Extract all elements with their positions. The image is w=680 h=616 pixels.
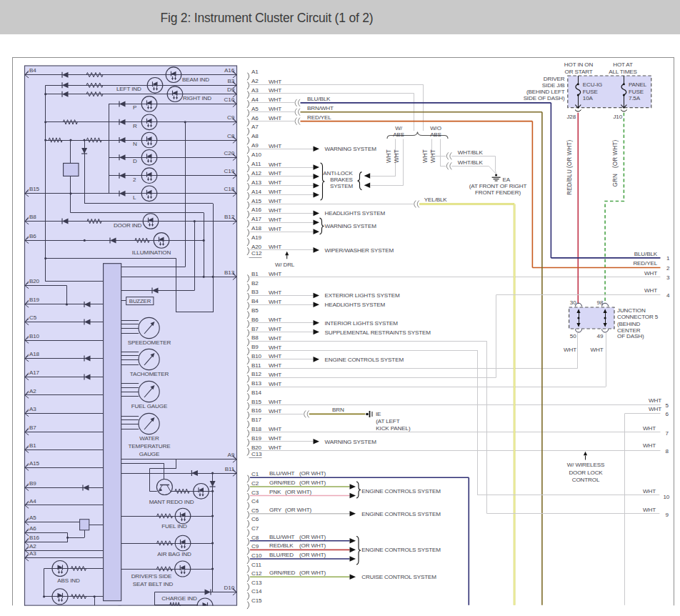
- svg-text:WARNING SYSTEM: WARNING SYSTEM: [325, 439, 377, 445]
- svg-text:B5: B5: [251, 307, 259, 314]
- svg-text:C9: C9: [251, 543, 259, 550]
- svg-text:WHT: WHT: [269, 399, 281, 405]
- svg-text:ENGINE CONTROLS SYSTEM: ENGINE CONTROLS SYSTEM: [361, 511, 441, 517]
- svg-text:WHT: WHT: [643, 488, 656, 495]
- svg-text:(OR WHT): (OR WHT): [299, 534, 326, 540]
- svg-text:B7: B7: [251, 326, 259, 332]
- svg-text:A4: A4: [251, 96, 259, 103]
- svg-text:SYSTEM: SYSTEM: [330, 183, 353, 189]
- svg-text:(OR WHT): (OR WHT): [299, 470, 326, 477]
- svg-text:B7: B7: [29, 424, 36, 431]
- svg-text:ABS: ABS: [430, 131, 441, 138]
- svg-text:WARNING SYSTEM: WARNING SYSTEM: [325, 223, 377, 229]
- svg-text:B4: B4: [251, 298, 259, 304]
- svg-text:A9: A9: [251, 142, 259, 149]
- svg-text:BLU/WHT: BLU/WHT: [269, 470, 295, 477]
- svg-text:C2: C2: [251, 480, 259, 487]
- svg-text:IE: IE: [376, 411, 381, 417]
- svg-text:SIDE OF DASH): SIDE OF DASH): [524, 95, 565, 101]
- svg-text:(OR WHT): (OR WHT): [285, 489, 311, 495]
- svg-text:(OR WHT): (OR WHT): [299, 542, 326, 549]
- svg-text:JUNCTION: JUNCTION: [617, 307, 646, 314]
- svg-text:A12: A12: [251, 170, 262, 177]
- svg-text:SPEEDOMETER: SPEEDOMETER: [128, 339, 171, 346]
- svg-text:HOT IN ON: HOT IN ON: [564, 61, 594, 68]
- svg-text:ENGINE CONTROLS SYSTEM: ENGINE CONTROLS SYSTEM: [361, 488, 441, 495]
- svg-text:WHT: WHT: [269, 299, 281, 305]
- svg-text:RIGHT IND: RIGHT IND: [183, 95, 211, 101]
- svg-text:B12: B12: [251, 371, 262, 377]
- svg-text:ABS IND: ABS IND: [57, 577, 80, 584]
- svg-text:B14: B14: [251, 389, 262, 396]
- svg-text:WHT: WHT: [643, 442, 656, 449]
- svg-text:7.5A: 7.5A: [629, 95, 641, 101]
- svg-text:WHT: WHT: [269, 372, 281, 378]
- svg-text:B20: B20: [251, 444, 262, 451]
- svg-text:WHT: WHT: [643, 507, 656, 513]
- svg-text:B1: B1: [251, 271, 259, 277]
- svg-text:WHT: WHT: [269, 217, 281, 223]
- svg-text:WARNING SYSTEM: WARNING SYSTEM: [325, 146, 377, 152]
- svg-text:2: 2: [133, 177, 136, 183]
- svg-text:GRY: GRY: [269, 507, 282, 513]
- svg-text:WHT: WHT: [269, 226, 281, 232]
- svg-text:GAUGE: GAUGE: [139, 451, 160, 457]
- svg-text:Fig 2: Instrument Cluster Circ: Fig 2: Instrument Cluster Circuit (1 of …: [161, 11, 374, 25]
- svg-text:FUSE: FUSE: [583, 89, 599, 95]
- svg-text:A5: A5: [251, 106, 259, 112]
- svg-text:PANEL: PANEL: [629, 81, 647, 88]
- svg-text:A7: A7: [251, 124, 259, 130]
- svg-text:W/ DRL: W/ DRL: [275, 262, 295, 268]
- svg-text:(AT FRONT OF RIGHT: (AT FRONT OF RIGHT: [469, 183, 527, 189]
- svg-text:WHT: WHT: [269, 362, 281, 369]
- svg-text:GRN/RED: GRN/RED: [269, 480, 296, 486]
- svg-text:WHT: WHT: [269, 143, 281, 149]
- svg-text:RED/BLU: RED/BLU: [566, 169, 573, 195]
- svg-text:A6: A6: [29, 525, 36, 532]
- svg-text:C12: C12: [251, 570, 262, 577]
- svg-text:9: 9: [666, 512, 669, 518]
- svg-text:A15: A15: [29, 460, 40, 467]
- svg-text:EXTERIOR LIGHTS SYSTEM: EXTERIOR LIGHTS SYSTEM: [325, 292, 400, 299]
- svg-text:7: 7: [666, 430, 669, 437]
- svg-text:WHT: WHT: [269, 435, 281, 442]
- svg-text:C4: C4: [251, 498, 259, 505]
- svg-text:C5: C5: [29, 314, 37, 321]
- svg-text:C19: C19: [224, 168, 235, 174]
- svg-text:AIR BAG IND: AIR BAG IND: [157, 551, 191, 557]
- svg-text:(OR WHT): (OR WHT): [299, 570, 326, 576]
- svg-text:J28: J28: [566, 114, 576, 120]
- svg-text:TACHOMETER: TACHOMETER: [130, 371, 169, 377]
- svg-text:A3: A3: [251, 87, 259, 94]
- svg-text:B8: B8: [251, 334, 259, 341]
- svg-text:C15: C15: [251, 597, 262, 604]
- svg-text:WHT: WHT: [269, 317, 281, 323]
- svg-text:A6: A6: [251, 115, 259, 121]
- svg-text:CONTROL: CONTROL: [572, 477, 600, 483]
- svg-text:8: 8: [666, 448, 669, 454]
- svg-text:B18: B18: [251, 426, 262, 432]
- svg-text:WHT: WHT: [269, 289, 281, 296]
- svg-text:W/: W/: [395, 125, 402, 131]
- svg-text:A14: A14: [251, 189, 262, 195]
- svg-text:SUPPLEMENTAL RESTRAINTS SYSTEM: SUPPLEMENTAL RESTRAINTS SYSTEM: [325, 329, 431, 336]
- svg-text:B13: B13: [251, 380, 262, 387]
- svg-text:WHT: WHT: [269, 198, 281, 204]
- svg-text:B6: B6: [251, 317, 259, 323]
- svg-text:4: 4: [666, 292, 670, 299]
- svg-text:ABS: ABS: [393, 131, 404, 138]
- svg-text:BLU/BLK: BLU/BLK: [307, 96, 331, 102]
- svg-text:50: 50: [570, 333, 576, 339]
- svg-text:A16: A16: [224, 67, 235, 74]
- svg-text:A13: A13: [251, 179, 262, 186]
- svg-text:A19: A19: [251, 234, 262, 241]
- svg-text:WHT: WHT: [269, 335, 281, 342]
- svg-text:ALL TIMES: ALL TIMES: [609, 69, 637, 75]
- svg-text:WHT: WHT: [269, 106, 281, 112]
- svg-text:C13: C13: [251, 451, 262, 457]
- svg-text:3: 3: [666, 274, 670, 281]
- svg-text:B17: B17: [251, 417, 262, 423]
- svg-text:WHT: WHT: [564, 347, 576, 353]
- svg-text:B20: B20: [29, 278, 40, 284]
- svg-text:ANTI-LOCK: ANTI-LOCK: [323, 170, 353, 177]
